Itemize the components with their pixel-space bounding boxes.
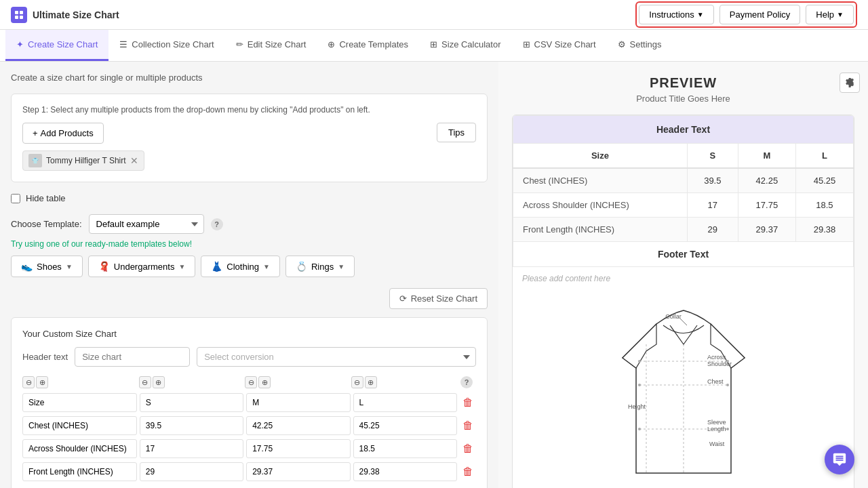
- template-clothing-button[interactable]: 👗 Clothing ▼: [201, 256, 280, 277]
- preview-row3-l: 29.38: [795, 218, 853, 242]
- cell-row1-col3[interactable]: [246, 393, 350, 412]
- header-text-row: Header text Select conversion: [22, 347, 476, 367]
- col3-down-button[interactable]: ⊖: [245, 376, 257, 388]
- svg-text:Waist: Waist: [709, 441, 725, 447]
- svg-point-18: [638, 384, 641, 386]
- shoes-icon: 👟: [21, 261, 33, 272]
- chart-editor: Your Custom Size Chart Header text Selec…: [11, 317, 488, 488]
- page-subtitle: Create a size chart for single or multip…: [11, 73, 488, 83]
- edit-tab-icon: ✏: [236, 39, 243, 49]
- rings-caret-icon: ▼: [338, 263, 344, 270]
- undergarments-caret-icon: ▼: [178, 263, 185, 270]
- preview-col-size: Size: [513, 144, 688, 169]
- tab-create-size-chart[interactable]: ✦ Create Size Chart: [5, 30, 108, 61]
- table-help-icon[interactable]: ?: [460, 376, 473, 388]
- cell-row4-col4[interactable]: [353, 462, 457, 481]
- clothing-icon: 👗: [211, 261, 222, 272]
- instructions-button[interactable]: Instructions ▼: [639, 5, 713, 24]
- cell-row1-col4[interactable]: [353, 393, 457, 412]
- conversion-select[interactable]: Select conversion: [197, 347, 476, 367]
- cell-row2-col2[interactable]: [140, 416, 243, 435]
- template-row: Choose Template: Default example ?: [11, 214, 488, 234]
- help-caret-icon: ▼: [837, 11, 844, 18]
- step1-left-actions: + Add Products 👕 Tommy Hilfiger T Shirt …: [22, 123, 144, 171]
- cell-row4-col2[interactable]: [140, 462, 243, 481]
- preview-settings-button[interactable]: [840, 73, 860, 93]
- template-help-icon[interactable]: ?: [211, 218, 223, 230]
- cell-row3-col3[interactable]: [246, 439, 350, 458]
- svg-text:Collar: Collar: [665, 313, 682, 320]
- cell-row3-col2[interactable]: [140, 439, 243, 458]
- undergarments-icon: 🧣: [98, 261, 110, 272]
- step1-box: Step 1: Select any multiple products fro…: [11, 94, 488, 182]
- cell-row2-col3[interactable]: [246, 416, 350, 435]
- header-text-label: Header text: [22, 352, 68, 362]
- reset-row: ⟳ Reset Size Chart: [11, 288, 488, 309]
- hide-table-checkbox[interactable]: [11, 194, 20, 203]
- cell-row4-col1[interactable]: [22, 462, 137, 481]
- shirt-svg: Collar Across Shoulder Chest Sleeve Leng…: [609, 304, 758, 488]
- product-thumb-icon: 👕: [28, 154, 42, 167]
- reset-size-chart-button[interactable]: ⟳ Reset Size Chart: [389, 288, 488, 309]
- col2-down-button[interactable]: ⊖: [139, 376, 151, 388]
- tab-create-templates[interactable]: ⊕ Create Templates: [317, 30, 419, 61]
- template-shoes-button[interactable]: 👟 Shoes ▼: [11, 256, 83, 277]
- add-products-button[interactable]: + Add Products: [22, 123, 104, 144]
- templates-tab-icon: ⊕: [328, 39, 335, 49]
- clothing-caret-icon: ▼: [263, 263, 270, 270]
- template-undergarments-button[interactable]: 🧣 Undergarments ▼: [88, 256, 196, 277]
- plus-icon: +: [33, 128, 38, 138]
- template-select[interactable]: Default example: [89, 214, 204, 234]
- shoes-caret-icon: ▼: [66, 263, 73, 270]
- svg-text:Chest: Chest: [707, 378, 724, 385]
- delete-row1-button[interactable]: 🗑: [460, 392, 476, 413]
- right-panel: PREVIEW Product Title Goes Here Header T…: [498, 62, 868, 488]
- template-buttons: 👟 Shoes ▼ 🧣 Undergarments ▼ 👗 Clothing ▼…: [11, 256, 488, 277]
- col4-down-button[interactable]: ⊖: [351, 376, 363, 388]
- col2-up-button[interactable]: ⊕: [153, 376, 165, 388]
- preview-row2-l: 18.5: [795, 193, 853, 218]
- cell-row3-col1[interactable]: [22, 439, 137, 458]
- chat-button[interactable]: [825, 445, 854, 474]
- table-row: 🗑: [22, 439, 476, 459]
- tab-settings[interactable]: ⚙ Settings: [607, 30, 673, 61]
- chart-editor-title: Your Custom Size Chart: [22, 329, 476, 339]
- tab-size-calculator[interactable]: ⊞ Size Calculator: [419, 30, 511, 61]
- cell-row1-col1[interactable]: [22, 393, 137, 412]
- payment-policy-button[interactable]: Payment Policy: [719, 5, 801, 24]
- col1-down-button[interactable]: ⊖: [22, 376, 35, 388]
- table-row: 🗑: [22, 415, 476, 436]
- preview-table: Header Text Size S M L Chest (INCHES) 39…: [513, 115, 854, 267]
- template-rings-button[interactable]: 💍 Rings ▼: [285, 256, 355, 277]
- app-title: Ultimate Size Chart: [11, 7, 119, 23]
- tab-collection-size-chart[interactable]: ☰ Collection Size Chart: [108, 30, 224, 61]
- hide-table-label: Hide table: [26, 193, 66, 203]
- col1-up-button[interactable]: ⊕: [36, 376, 48, 388]
- step1-actions: + Add Products 👕 Tommy Hilfiger T Shirt …: [22, 123, 476, 171]
- header-text-input[interactable]: [75, 347, 190, 367]
- svg-point-21: [726, 360, 729, 363]
- preview-header: PREVIEW Product Title Goes Here: [512, 75, 854, 104]
- delete-row3-button[interactable]: 🗑: [460, 439, 476, 459]
- tab-edit-size-chart[interactable]: ✏ Edit Size Chart: [225, 30, 317, 61]
- rings-icon: 💍: [296, 261, 307, 272]
- cell-row4-col3[interactable]: [246, 462, 350, 481]
- preview-row1-l: 45.25: [795, 168, 853, 193]
- delete-row4-button[interactable]: 🗑: [460, 462, 476, 482]
- cell-row3-col4[interactable]: [353, 439, 457, 458]
- svg-rect-2: [15, 16, 18, 19]
- tab-csv-size-chart[interactable]: ⊞ CSV Size Chart: [512, 30, 607, 61]
- tips-button[interactable]: Tips: [437, 123, 476, 142]
- cell-row1-col2[interactable]: [140, 393, 243, 412]
- cell-row2-col1[interactable]: [22, 416, 137, 435]
- svg-text:Across: Across: [707, 354, 726, 361]
- svg-point-20: [638, 360, 641, 363]
- help-button[interactable]: Help ▼: [806, 5, 854, 24]
- col3-up-button[interactable]: ⊕: [258, 376, 271, 388]
- remove-product-tag-button[interactable]: ✕: [130, 156, 138, 165]
- cell-row2-col4[interactable]: [353, 416, 457, 435]
- col4-up-button[interactable]: ⊕: [365, 376, 377, 388]
- svg-rect-0: [15, 11, 18, 14]
- delete-row2-button[interactable]: 🗑: [460, 415, 476, 436]
- instructions-caret-icon: ▼: [697, 11, 704, 18]
